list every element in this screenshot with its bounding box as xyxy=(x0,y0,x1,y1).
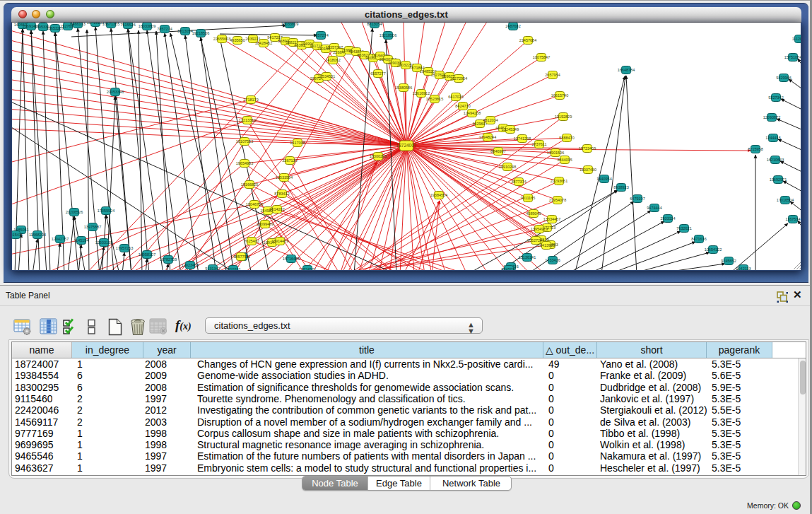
svg-text:17016504: 17016504 xyxy=(777,198,794,202)
svg-text:13334457: 13334457 xyxy=(543,217,560,221)
svg-text:19654983: 19654983 xyxy=(236,161,253,165)
svg-text:8783412: 8783412 xyxy=(274,192,289,196)
svg-text:4589045: 4589045 xyxy=(526,211,541,216)
svg-text:1440954: 1440954 xyxy=(596,177,611,181)
svg-text:12741238: 12741238 xyxy=(514,136,531,141)
svg-text:18300295: 18300295 xyxy=(370,154,387,158)
svg-text:10428452: 10428452 xyxy=(255,41,272,45)
svg-text:16648784: 16648784 xyxy=(618,68,635,72)
svg-text:1418062: 1418062 xyxy=(325,58,340,62)
svg-text:4312034: 4312034 xyxy=(483,118,498,122)
svg-text:17957253: 17957253 xyxy=(116,246,133,250)
svg-text:16033809: 16033809 xyxy=(139,24,155,28)
svg-text:19218506: 19218506 xyxy=(192,31,209,35)
svg-text:9457791: 9457791 xyxy=(233,255,248,259)
svg-text:15380586: 15380586 xyxy=(395,86,412,90)
svg-text:9614202: 9614202 xyxy=(269,207,284,211)
svg-text:16671355: 16671355 xyxy=(102,23,119,26)
svg-text:5388470: 5388470 xyxy=(559,136,574,140)
svg-text:6417026: 6417026 xyxy=(448,95,463,99)
svg-text:12824521: 12824521 xyxy=(299,267,316,271)
svg-text:16107553: 16107553 xyxy=(236,139,253,144)
svg-text:8810331: 8810331 xyxy=(225,267,240,271)
svg-text:13901506: 13901506 xyxy=(547,151,564,155)
svg-text:10958107: 10958107 xyxy=(139,252,155,257)
svg-text:1244415: 1244415 xyxy=(765,136,780,140)
svg-text:9011165: 9011165 xyxy=(521,196,536,200)
svg-text:8424730: 8424730 xyxy=(455,104,470,108)
svg-text:19218506: 19218506 xyxy=(379,33,396,37)
svg-text:10523815: 10523815 xyxy=(426,97,443,101)
svg-text:9042113: 9042113 xyxy=(736,267,751,271)
svg-text:22293651: 22293651 xyxy=(551,179,567,183)
svg-text:15692971: 15692971 xyxy=(770,177,787,182)
svg-text:16413925: 16413925 xyxy=(538,243,555,247)
svg-text:12503135: 12503135 xyxy=(95,240,112,245)
svg-text:7515526: 7515526 xyxy=(120,23,135,27)
svg-text:16782759: 16782759 xyxy=(160,257,177,262)
svg-text:9245011: 9245011 xyxy=(501,267,516,271)
svg-text:8471636: 8471636 xyxy=(691,237,706,241)
svg-text:17359924: 17359924 xyxy=(98,209,114,213)
svg-text:2933114: 2933114 xyxy=(660,216,675,221)
svg-text:8846997: 8846997 xyxy=(490,149,505,153)
svg-text:19166825: 19166825 xyxy=(241,182,258,187)
svg-text:19384554: 19384554 xyxy=(430,193,447,197)
svg-text:2718179: 2718179 xyxy=(243,98,258,102)
svg-text:3267130: 3267130 xyxy=(282,158,297,163)
svg-text:11037430: 11037430 xyxy=(579,168,596,172)
svg-text:13954919: 13954919 xyxy=(531,227,548,231)
svg-text:13533594: 13533594 xyxy=(276,175,293,180)
svg-text:6479197: 6479197 xyxy=(630,197,645,201)
svg-text:7625402: 7625402 xyxy=(244,239,259,243)
svg-text:8938923: 8938923 xyxy=(613,185,628,189)
svg-text:13245349: 13245349 xyxy=(502,127,519,132)
svg-text:10910248: 10910248 xyxy=(499,165,516,169)
svg-text:9245652: 9245652 xyxy=(721,259,736,263)
svg-text:12616912: 12616912 xyxy=(413,91,430,95)
svg-text:16046788: 16046788 xyxy=(246,202,263,206)
svg-text:10654122: 10654122 xyxy=(705,247,722,252)
svg-text:9329966: 9329966 xyxy=(776,76,791,80)
svg-text:4935650: 4935650 xyxy=(230,38,245,42)
svg-text:16210643: 16210643 xyxy=(767,158,784,162)
svg-text:16033809: 16033809 xyxy=(281,23,298,26)
svg-text:1417008: 1417008 xyxy=(290,141,305,145)
svg-text:12942757: 12942757 xyxy=(52,237,69,241)
svg-text:13948244: 13948244 xyxy=(479,135,496,139)
svg-text:10527246: 10527246 xyxy=(527,238,544,243)
svg-text:21457684: 21457684 xyxy=(519,38,536,42)
svg-text:8813054: 8813054 xyxy=(177,29,192,33)
svg-text:12923468: 12923468 xyxy=(182,263,199,267)
svg-text:3844095: 3844095 xyxy=(557,158,572,162)
svg-text:10719155: 10719155 xyxy=(87,23,104,25)
svg-text:11568294: 11568294 xyxy=(29,233,46,237)
svg-text:2487682: 2487682 xyxy=(505,24,520,28)
svg-text:7857274: 7857274 xyxy=(313,33,328,37)
svg-text:8813054: 8813054 xyxy=(367,23,382,26)
svg-text:3877374: 3877374 xyxy=(511,180,526,184)
svg-text:19099489: 19099489 xyxy=(257,222,273,226)
svg-text:1167534: 1167534 xyxy=(785,217,800,221)
svg-text:12213319: 12213319 xyxy=(239,118,256,122)
svg-text:16272954: 16272954 xyxy=(450,76,467,81)
svg-text:7857274: 7857274 xyxy=(157,27,172,31)
svg-text:6557277: 6557277 xyxy=(370,71,385,76)
svg-text:16914479: 16914479 xyxy=(271,239,288,243)
svg-text:20053346: 20053346 xyxy=(107,90,124,94)
svg-text:19192829: 19192829 xyxy=(555,115,572,119)
svg-text:19723409: 19723409 xyxy=(579,146,596,151)
svg-text:9474444: 9474444 xyxy=(647,206,661,210)
svg-text:8215958: 8215958 xyxy=(748,147,763,151)
svg-text:2737611: 2737611 xyxy=(531,142,546,146)
svg-text:21954078: 21954078 xyxy=(549,198,566,202)
svg-text:12093872: 12093872 xyxy=(763,115,780,119)
svg-text:10534531: 10534531 xyxy=(318,74,335,78)
svg-text:22655603: 22655603 xyxy=(213,37,230,41)
svg-text:20206526: 20206526 xyxy=(66,210,83,214)
svg-text:2657954: 2657954 xyxy=(545,73,560,77)
svg-text:6466103: 6466103 xyxy=(70,23,85,26)
svg-text:12494238: 12494238 xyxy=(464,111,481,115)
svg-text:7632621: 7632621 xyxy=(676,226,691,230)
svg-text:1733426: 1733426 xyxy=(545,258,560,262)
